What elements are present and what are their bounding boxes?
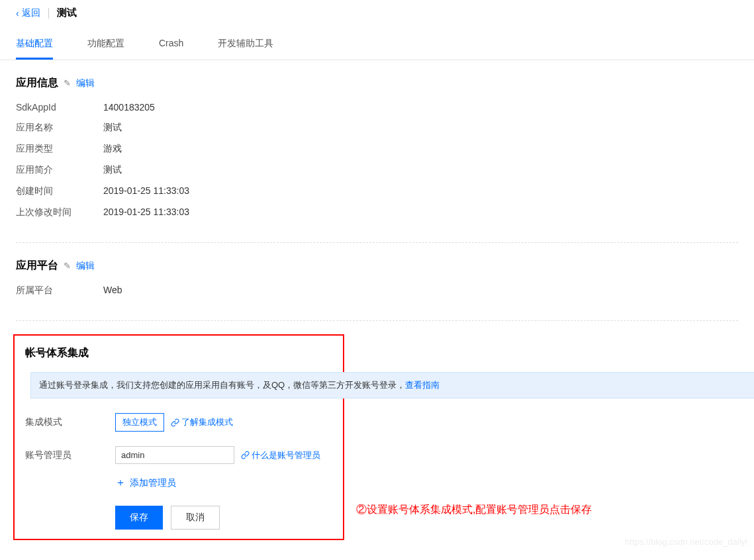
admin-input[interactable] (115, 446, 234, 464)
info-row-modified: 上次修改时间 2019-01-25 11:33:03 (16, 207, 738, 218)
mode-option-button[interactable]: 独立模式 (115, 413, 164, 432)
pencil-icon: ✎ (64, 78, 71, 88)
page-title: 测试 (57, 7, 77, 19)
add-admin-text: 添加管理员 (130, 477, 176, 489)
info-row-appname: 应用名称 测试 (16, 122, 738, 134)
info-value: Web (103, 285, 122, 297)
tab-basic-config[interactable]: 基础配置 (16, 32, 53, 60)
button-row: 保存 取消 (15, 506, 343, 530)
info-value: 测试 (103, 122, 122, 134)
info-label: 上次修改时间 (16, 207, 103, 218)
info-row-created: 创建时间 2019-01-25 11:33:03 (16, 185, 738, 197)
divider (48, 8, 49, 19)
mode-row: 集成模式 独立模式 了解集成模式 (15, 413, 343, 432)
info-label: 应用名称 (16, 122, 103, 134)
back-link[interactable]: ‹ 返回 (16, 7, 40, 19)
mode-help-text: 了解集成模式 (181, 416, 233, 428)
admin-label: 账号管理员 (25, 449, 115, 461)
tab-crash[interactable]: Crash (159, 32, 183, 60)
info-label: 创建时间 (16, 185, 103, 197)
add-admin-link[interactable]: ＋ 添加管理员 (115, 476, 176, 490)
admin-row: 账号管理员 什么是账号管理员 (15, 446, 343, 464)
account-section: 帐号体系集成 (15, 344, 343, 360)
add-admin-row: ＋ 添加管理员 (15, 476, 343, 490)
info-value: 2019-01-25 11:33:03 (103, 207, 189, 218)
info-label: 应用类型 (16, 143, 103, 155)
chevron-left-icon: ‹ (16, 8, 19, 19)
info-value: 2019-01-25 11:33:03 (103, 185, 189, 197)
account-title: 帐号体系集成 (25, 346, 89, 360)
platform-edit-link[interactable]: 编辑 (76, 260, 95, 272)
info-value: 游戏 (103, 143, 122, 155)
back-label: 返回 (22, 7, 40, 19)
info-value: 测试 (103, 164, 122, 176)
app-info-section: 应用信息 ✎ 编辑 SdkAppId 1400183205 应用名称 测试 应用… (0, 60, 754, 218)
cancel-button[interactable]: 取消 (171, 506, 220, 530)
info-row-apptype: 应用类型 游戏 (16, 143, 738, 155)
admin-help-link[interactable]: 什么是账号管理员 (241, 449, 320, 461)
admin-help-text: 什么是账号管理员 (252, 449, 320, 461)
info-value: 1400183205 (103, 102, 155, 113)
info-row-sdkappid: SdkAppId 1400183205 (16, 102, 738, 113)
account-header: 帐号体系集成 (25, 346, 332, 360)
app-info-title: 应用信息 (16, 76, 58, 90)
tabs: 基础配置 功能配置 Crash 开发辅助工具 (0, 32, 754, 60)
platform-title: 应用平台 (16, 259, 58, 273)
notice-text: 通过账号登录集成，我们支持您创建的应用采用自有账号，及QQ，微信等第三方开发账号… (39, 379, 405, 391)
mode-help-link[interactable]: 了解集成模式 (171, 416, 233, 428)
info-label: 应用简介 (16, 164, 103, 176)
link-icon (241, 451, 250, 459)
info-row-platform: 所属平台 Web (16, 285, 738, 297)
notice-bar: 通过账号登录集成，我们支持您创建的应用采用自有账号，及QQ，微信等第三方开发账号… (30, 372, 754, 398)
platform-section: 应用平台 ✎ 编辑 所属平台 Web (0, 243, 754, 297)
pencil-icon: ✎ (64, 261, 71, 271)
info-row-appdesc: 应用简介 测试 (16, 164, 738, 176)
save-button[interactable]: 保存 (115, 506, 163, 530)
annotation-text: ②设置账号体系集成模式,配置账号管理员点击保存 (356, 503, 592, 517)
platform-header: 应用平台 ✎ 编辑 (16, 259, 738, 273)
watermark: https://blog.csdn.net/code_dailyl (625, 537, 747, 547)
info-label: SdkAppId (16, 102, 103, 113)
info-label: 所属平台 (16, 285, 103, 297)
notice-link[interactable]: 查看指南 (405, 379, 440, 391)
plus-icon: ＋ (115, 476, 126, 490)
tab-dev-tools[interactable]: 开发辅助工具 (218, 32, 273, 60)
mode-label: 集成模式 (25, 416, 115, 428)
tab-feature-config[interactable]: 功能配置 (87, 32, 124, 60)
link-icon (171, 418, 179, 427)
header: ‹ 返回 测试 (0, 0, 754, 27)
account-section-highlight: 帐号体系集成 通过账号登录集成，我们支持您创建的应用采用自有账号，及QQ，微信等… (13, 334, 344, 540)
app-info-edit-link[interactable]: 编辑 (76, 77, 95, 89)
app-info-header: 应用信息 ✎ 编辑 (16, 76, 738, 90)
